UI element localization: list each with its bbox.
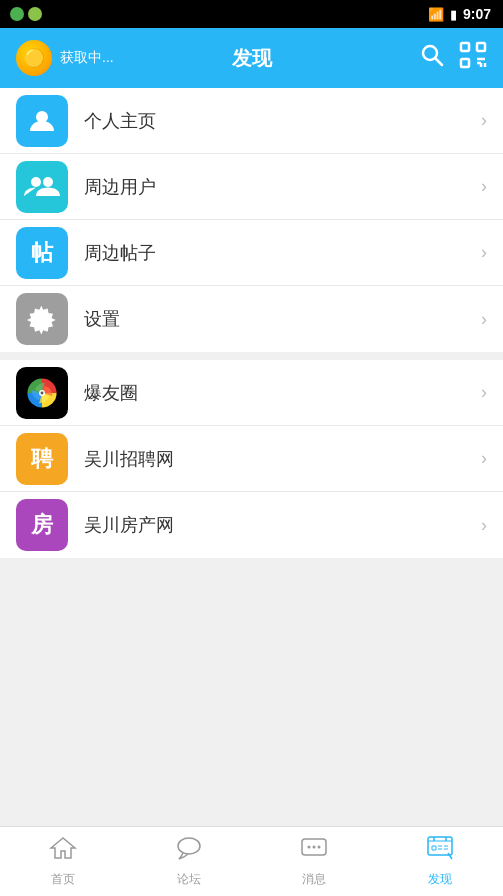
nearby-posts-icon: 帖 (16, 227, 68, 279)
content-area: 个人主页 › 周边用户 › 帖 周边帖子 › (0, 88, 503, 558)
baoyouquan-label: 爆友圈 (84, 381, 481, 405)
chevron-right-icon: › (481, 448, 487, 469)
svg-point-18 (308, 846, 311, 849)
personal-home-icon (16, 95, 68, 147)
dot1 (10, 7, 24, 21)
fangchan-icon: 房 (16, 499, 68, 551)
bottom-item-home[interactable]: 首页 (0, 827, 126, 896)
menu-item-nearby-users[interactable]: 周边用户 › (0, 154, 503, 220)
svg-rect-3 (477, 43, 485, 51)
chevron-right-icon: › (481, 515, 487, 536)
svg-point-15 (41, 391, 44, 394)
bottom-item-discover[interactable]: 发现 (377, 827, 503, 896)
svg-line-1 (436, 59, 443, 66)
time-display: 9:07 (463, 6, 491, 22)
menu-item-zhaopin[interactable]: 聘 吴川招聘网 › (0, 426, 503, 492)
messages-icon (300, 835, 328, 867)
nearby-posts-label: 周边帖子 (84, 241, 481, 265)
svg-point-10 (31, 177, 41, 187)
bottom-nav: 首页 论坛 消息 (0, 826, 503, 896)
nav-left: 🟡 获取中... (16, 40, 173, 76)
bottom-item-forum[interactable]: 论坛 (126, 827, 252, 896)
home-icon (49, 835, 77, 867)
svg-point-16 (178, 838, 200, 854)
forum-icon (175, 835, 203, 867)
svg-rect-2 (461, 43, 469, 51)
svg-point-20 (318, 846, 321, 849)
bottom-item-messages[interactable]: 消息 (252, 827, 378, 896)
dot2 (28, 7, 42, 21)
menu-item-fangchan[interactable]: 房 吴川房产网 › (0, 492, 503, 558)
svg-point-11 (43, 177, 53, 187)
settings-icon (16, 293, 68, 345)
messages-label: 消息 (302, 871, 326, 888)
wifi-icon: 📶 (428, 7, 444, 22)
nav-right (330, 41, 487, 75)
chevron-right-icon: › (481, 176, 487, 197)
nearby-users-icon (16, 161, 68, 213)
status-bar: 📶 ▮ 9:07 (0, 0, 503, 28)
menu-item-baoyouquan[interactable]: 爆友圈 › (0, 360, 503, 426)
nav-bar: 🟡 获取中... 发现 (0, 28, 503, 88)
scan-icon[interactable] (459, 41, 487, 75)
loading-text: 获取中... (60, 49, 114, 67)
home-label: 首页 (51, 871, 75, 888)
avatar[interactable]: 🟡 (16, 40, 52, 76)
discover-label: 发现 (428, 871, 452, 888)
menu-item-personal-home[interactable]: 个人主页 › (0, 88, 503, 154)
status-icons: 📶 ▮ 9:07 (428, 6, 491, 22)
zhaopin-icon: 聘 (16, 433, 68, 485)
svg-rect-4 (461, 59, 469, 67)
settings-label: 设置 (84, 307, 481, 331)
forum-label: 论坛 (177, 871, 201, 888)
personal-home-label: 个人主页 (84, 109, 481, 133)
chevron-right-icon: › (481, 382, 487, 403)
nav-title: 发现 (173, 45, 330, 72)
zhaopin-label: 吴川招聘网 (84, 447, 481, 471)
discover-icon (426, 835, 454, 867)
menu-item-nearby-posts[interactable]: 帖 周边帖子 › (0, 220, 503, 286)
menu-group-1: 个人主页 › 周边用户 › 帖 周边帖子 › (0, 88, 503, 352)
menu-item-settings[interactable]: 设置 › (0, 286, 503, 352)
chevron-right-icon: › (481, 110, 487, 131)
chevron-right-icon: › (481, 242, 487, 263)
baoyouquan-icon (16, 367, 68, 419)
menu-group-2: 爆友圈 › 聘 吴川招聘网 › 房 吴川房产网 › (0, 360, 503, 558)
svg-point-19 (313, 846, 316, 849)
search-icon[interactable] (419, 42, 445, 74)
battery-icon: ▮ (450, 7, 457, 22)
chevron-right-icon: › (481, 309, 487, 330)
status-bar-left (10, 7, 42, 21)
fangchan-label: 吴川房产网 (84, 513, 481, 537)
nearby-users-label: 周边用户 (84, 175, 481, 199)
